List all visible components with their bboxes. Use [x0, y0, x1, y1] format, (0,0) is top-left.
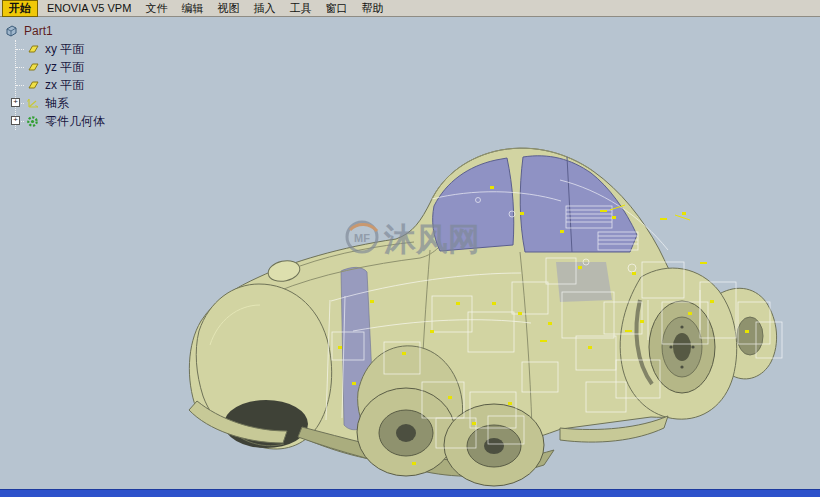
tree-node-xy-plane[interactable]: xy 平面: [16, 40, 105, 58]
spec-tree: Part1 xy 平面 yz 平面 zx 平面: [5, 22, 105, 130]
tree-node-zx-plane[interactable]: zx 平面: [16, 76, 105, 94]
tree-node-part-body[interactable]: + 零件几何体: [16, 112, 105, 130]
menu-item-tools[interactable]: 工具: [282, 0, 318, 17]
plane-icon: [26, 79, 41, 92]
far-rear-wheel[interactable]: [737, 317, 763, 355]
tree-node-label[interactable]: yz 平面: [45, 59, 84, 76]
menu-item-window[interactable]: 窗口: [318, 0, 354, 17]
tree-node-label[interactable]: Part1: [24, 24, 53, 38]
part-icon: [5, 25, 20, 38]
expand-toggle[interactable]: +: [11, 98, 20, 107]
tree-node-label[interactable]: 零件几何体: [45, 113, 105, 130]
menu-item-help[interactable]: 帮助: [354, 0, 390, 17]
menu-item-insert[interactable]: 插入: [246, 0, 282, 17]
front-wheel[interactable]: [357, 388, 455, 476]
plane-icon: [26, 43, 41, 56]
tree-node-part1[interactable]: Part1: [5, 22, 105, 40]
menu-item-file[interactable]: 文件: [138, 0, 174, 17]
watermark: MF 沐风网: [347, 221, 480, 257]
tree-node-yz-plane[interactable]: yz 平面: [16, 58, 105, 76]
expand-toggle[interactable]: +: [11, 116, 20, 125]
rear-glass-reflection: [556, 262, 612, 302]
scene-svg[interactable]: MF 沐风网: [0, 17, 820, 490]
tree-node-label[interactable]: 轴系: [45, 95, 69, 112]
part-body-gear-icon: [26, 115, 41, 128]
spec-tree-children: xy 平面 yz 平面 zx 平面 + 轴系: [15, 40, 105, 130]
plane-icon: [26, 61, 41, 74]
watermark-logo-text: MF: [354, 232, 370, 244]
viewport-3d[interactable]: MF 沐风网 Part1 xy 平面 yz 平面: [0, 17, 820, 490]
bottom-taskbar-strip: [0, 489, 820, 497]
car-model[interactable]: [189, 148, 777, 486]
rear-side-wheel[interactable]: [649, 301, 715, 393]
side-window-glass[interactable]: [520, 156, 637, 252]
watermark-text: 沐风网: [383, 221, 480, 257]
menu-item-edit[interactable]: 编辑: [174, 0, 210, 17]
axis-system-icon: [26, 97, 41, 110]
tree-node-axis-system[interactable]: + 轴系: [16, 94, 105, 112]
menu-item-view[interactable]: 视图: [210, 0, 246, 17]
menu-bar: 开始 ENOVIA V5 VPM 文件 编辑 视图 插入 工具 窗口 帮助: [0, 0, 820, 17]
menu-item-enovia[interactable]: ENOVIA V5 VPM: [40, 1, 138, 15]
tree-node-label[interactable]: xy 平面: [45, 41, 84, 58]
tree-node-label[interactable]: zx 平面: [45, 77, 84, 94]
menu-item-start[interactable]: 开始: [2, 0, 38, 17]
